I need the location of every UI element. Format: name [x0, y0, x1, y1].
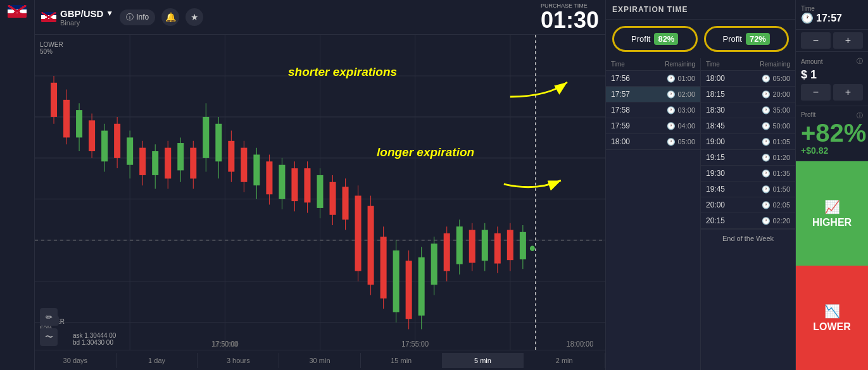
exp-time: 17:58: [611, 106, 663, 114]
trade-buttons: 📈 HIGHER 📉 LOWER: [796, 161, 868, 370]
exp-time: 20:15: [706, 216, 758, 225]
pen-tool-button[interactable]: ✏: [40, 308, 58, 326]
tf-2min[interactable]: 2 min: [524, 353, 605, 368]
notification-button[interactable]: 🔔: [161, 8, 179, 26]
clock-icon: 🕐: [801, 12, 814, 24]
exp-time: 18:00: [706, 74, 758, 83]
exp-row-1756[interactable]: 17:56 🕐01:00: [606, 71, 700, 87]
svg-rect-48: [253, 154, 260, 185]
svg-rect-46: [241, 148, 247, 182]
chevron-down-icon[interactable]: ▼: [106, 9, 113, 18]
exp-remain: 🕐03:00: [667, 106, 695, 114]
exp-row-1800[interactable]: 18:00 🕐05:00: [606, 134, 700, 150]
profit2-label: Profit: [723, 34, 742, 44]
tf-3hours[interactable]: 3 hours: [198, 353, 279, 368]
purchase-time-value: 01:30: [541, 9, 599, 32]
right-panel: Time 🕐 17:57 − + Amount ⓘ $ 1 − + Profit…: [795, 0, 868, 370]
profit-pct-big: +82%: [801, 120, 863, 145]
exp-row-1915[interactable]: 19:15 🕐01:20: [701, 150, 795, 166]
exp-row-1815[interactable]: 18:15 🕐20:00: [701, 87, 795, 102]
profit1-label: Profit: [631, 34, 650, 44]
annotation-longer: longer expiration: [377, 145, 474, 159]
exp-remain: 🕐02:05: [762, 201, 790, 209]
currency-type: Binary: [60, 19, 113, 27]
main-area: GBP/USD ▼ Binary ⓘ Info 🔔 ★ PURCHASE TIM…: [35, 0, 605, 370]
exp-time: 18:45: [706, 121, 758, 130]
svg-rect-58: [317, 175, 323, 208]
svg-rect-56: [304, 168, 310, 202]
exp-row-1930[interactable]: 19:30 🕐01:35: [701, 166, 795, 182]
time-section: Time 🕐 17:57: [796, 0, 868, 30]
svg-rect-76: [431, 244, 437, 285]
profit1-pct: 82%: [654, 33, 678, 45]
exp-time: 17:56: [611, 74, 663, 83]
exp-row-1757[interactable]: 17:57 🕐02:00: [606, 87, 700, 102]
info-button[interactable]: ⓘ Info: [120, 9, 155, 25]
exp-row-1900[interactable]: 19:00 🕐01:05: [701, 134, 795, 150]
exp-row-1759[interactable]: 17:59 🕐04:00: [606, 118, 700, 134]
exp-remain: 🕐04:00: [667, 122, 695, 130]
exp-row-1800b[interactable]: 18:00 🕐05:00: [701, 71, 795, 87]
exp-remain: 🕐01:00: [667, 75, 695, 83]
tf-30min[interactable]: 30 min: [279, 353, 361, 368]
svg-rect-74: [418, 257, 425, 316]
svg-rect-44: [228, 141, 234, 172]
tf-5min[interactable]: 5 min: [443, 353, 524, 368]
exp-row-1830[interactable]: 18:30 🕐35:00: [701, 102, 795, 118]
svg-point-91: [530, 245, 535, 251]
exp-row-1845[interactable]: 18:45 🕐50:00: [701, 118, 795, 134]
svg-rect-68: [381, 237, 387, 298]
tf-15min[interactable]: 15 min: [361, 353, 443, 368]
svg-rect-18: [63, 100, 70, 138]
svg-rect-70: [393, 250, 399, 312]
time-minus-button[interactable]: −: [801, 32, 831, 49]
left-panel: [0, 0, 35, 370]
expiration-panel: EXPIRATION TIME Profit 82% Profit 72% Ti…: [605, 0, 795, 370]
svg-rect-62: [343, 187, 349, 219]
svg-rect-38: [190, 148, 196, 179]
svg-rect-64: [355, 195, 362, 271]
favorite-button[interactable]: ★: [186, 8, 203, 26]
exp-time: 20:00: [706, 200, 758, 209]
exp-row-2000[interactable]: 20:00 🕐02:05: [701, 197, 795, 213]
time-value-row: 🕐 17:57: [801, 12, 863, 24]
profit-buttons-row: Profit 82% Profit 72%: [606, 20, 795, 58]
chart-container: 17:50:00 17:55:00 18:00:00 17:50:00 shor…: [35, 35, 605, 370]
amount-plus-button[interactable]: +: [833, 84, 863, 101]
amount-label: Amount: [801, 58, 822, 65]
svg-rect-26: [114, 124, 120, 158]
svg-rect-20: [76, 110, 82, 137]
tf-1day[interactable]: 1 day: [116, 353, 198, 368]
svg-rect-90: [520, 232, 526, 259]
chart-tools: ✏ 〜: [40, 308, 58, 346]
flag-icon: [8, 5, 27, 18]
svg-rect-36: [177, 143, 184, 170]
lower-button[interactable]: 📉 LOWER: [796, 266, 868, 370]
exp-remain: 🕐01:05: [762, 138, 790, 146]
exp-time: 18:15: [706, 90, 758, 99]
profit-oval-1[interactable]: Profit 82%: [612, 26, 698, 52]
amount-minus-button[interactable]: −: [801, 84, 831, 101]
info-icon: ⓘ: [126, 12, 134, 23]
profit-oval-2[interactable]: Profit 72%: [704, 26, 789, 52]
currency-info: GBP/USD ▼ Binary: [60, 8, 113, 27]
amount-label-row: Amount ⓘ: [801, 57, 863, 66]
time-plus-button[interactable]: +: [833, 32, 863, 49]
exp-time: 19:00: [706, 137, 758, 146]
svg-rect-28: [127, 137, 133, 164]
exp-col-1: Time Remaining 17:56 🕐01:00 17:57 🕐02:00…: [606, 58, 701, 370]
exp-row-2015[interactable]: 20:15 🕐02:20: [701, 213, 795, 229]
exp-remain: 🕐20:00: [762, 90, 790, 99]
exp-row-1758[interactable]: 17:58 🕐03:00: [606, 102, 700, 118]
amount-controls: − +: [801, 84, 863, 101]
svg-text:17:55:00: 17:55:00: [401, 340, 429, 347]
svg-rect-22: [89, 120, 95, 151]
svg-rect-40: [203, 117, 209, 158]
higher-button[interactable]: 📈 HIGHER: [796, 161, 868, 266]
currency-pair-name: GBP/USD: [60, 8, 103, 19]
wave-tool-button[interactable]: 〜: [40, 328, 58, 346]
exp-row-1945[interactable]: 19:45 🕐01:50: [701, 182, 795, 197]
chart-up-icon: 📈: [824, 199, 840, 214]
tf-30days[interactable]: 30 days: [35, 353, 116, 368]
exp-col-2: Time Remaining 18:00 🕐05:00 18:15 🕐20:00…: [701, 58, 795, 370]
